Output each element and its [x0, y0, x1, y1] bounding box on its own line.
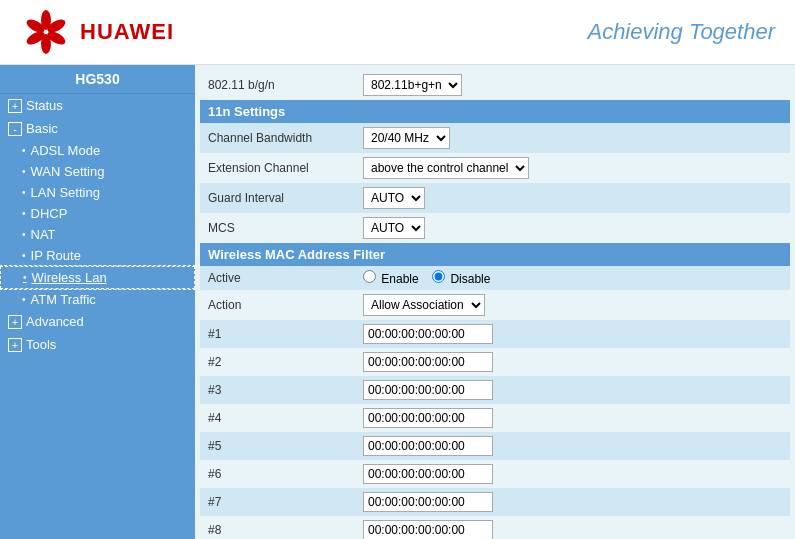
mac-entry-row-4: #4 [200, 404, 790, 432]
mac-value-cell-5 [355, 432, 790, 460]
sidebar-sub-item-atm-traffic[interactable]: ATM Traffic [0, 289, 195, 310]
sidebar-sub-item-wan-setting[interactable]: WAN Setting [0, 161, 195, 182]
enable-radio-label[interactable]: Enable [363, 272, 422, 286]
mac-input-5[interactable] [363, 436, 493, 456]
mac-value-cell-7 [355, 488, 790, 516]
section-mac-filter-header: Wireless MAC Address Filter [200, 243, 790, 266]
mac-value-cell-2 [355, 348, 790, 376]
mac-input-6[interactable] [363, 464, 493, 484]
sidebar-sub-label-wireless-lan: Wireless Lan [32, 270, 107, 285]
channel-bw-row: Channel Bandwidth 20/40 MHz 20 MHz [200, 123, 790, 153]
sidebar-label-basic: Basic [26, 121, 58, 136]
logo-text: HUAWEI [80, 19, 174, 45]
tagline: Achieving Together [587, 19, 775, 45]
ext-channel-row: Extension Channel above the control chan… [200, 153, 790, 183]
mac-input-7[interactable] [363, 492, 493, 512]
mcs-row: MCS AUTO 012 345 67 [200, 213, 790, 243]
sidebar-sub-label-atm-traffic: ATM Traffic [31, 292, 96, 307]
mac-input-4[interactable] [363, 408, 493, 428]
enable-radio[interactable] [363, 270, 376, 283]
guard-interval-row: Guard Interval AUTO Long Short [200, 183, 790, 213]
disable-label: Disable [450, 272, 490, 286]
mac-value-cell-4 [355, 404, 790, 432]
expand-icon-tools: + [8, 338, 22, 352]
wifi-mode-label: 802.11 b/g/n [200, 70, 355, 100]
sidebar-item-tools[interactable]: + Tools [0, 333, 195, 356]
guard-interval-label: Guard Interval [200, 183, 355, 213]
sidebar-sub-item-dhcp[interactable]: DHCP [0, 203, 195, 224]
mac-label-3: #3 [200, 376, 355, 404]
mac-value-cell-6 [355, 460, 790, 488]
mcs-label: MCS [200, 213, 355, 243]
guard-interval-select[interactable]: AUTO Long Short [363, 187, 425, 209]
sidebar-title: HG530 [0, 65, 195, 94]
sidebar-sub-item-ip-route[interactable]: IP Route [0, 245, 195, 266]
sidebar-item-status[interactable]: + Status [0, 94, 195, 117]
section-11n-header: 11n Settings [200, 100, 790, 123]
sidebar-sub-label-wan-setting: WAN Setting [31, 164, 105, 179]
sidebar-sub-label-adsl-mode: ADSL Mode [31, 143, 101, 158]
sidebar-label-advanced: Advanced [26, 314, 84, 329]
ext-channel-label: Extension Channel [200, 153, 355, 183]
mac-value-cell-8 [355, 516, 790, 539]
wifi-mode-select[interactable]: 802.11b+g+n 802.11b 802.11g 802.11n [363, 74, 462, 96]
sidebar-sub-label-lan-setting: LAN Setting [31, 185, 100, 200]
mac-value-cell-1 [355, 320, 790, 348]
expand-icon-status: + [8, 99, 22, 113]
mac-input-2[interactable] [363, 352, 493, 372]
sidebar-sub-item-adsl-mode[interactable]: ADSL Mode [0, 140, 195, 161]
action-row: Action Allow Association Deny Associatio… [200, 290, 790, 320]
sidebar-label-tools: Tools [26, 337, 56, 352]
mcs-value-cell: AUTO 012 345 67 [355, 213, 790, 243]
mac-input-3[interactable] [363, 380, 493, 400]
sidebar-item-advanced[interactable]: + Advanced [0, 310, 195, 333]
mcs-select[interactable]: AUTO 012 345 67 [363, 217, 425, 239]
sidebar-sub-label-nat: NAT [31, 227, 56, 242]
mac-entry-row-2: #2 [200, 348, 790, 376]
mac-entry-row-3: #3 [200, 376, 790, 404]
expand-icon-basic: - [8, 122, 22, 136]
mac-entry-row-6: #6 [200, 460, 790, 488]
action-value-cell: Allow Association Deny Association [355, 290, 790, 320]
section-mac-filter-row: Wireless MAC Address Filter [200, 243, 790, 266]
mac-value-cell-3 [355, 376, 790, 404]
active-row: Active Enable Disable [200, 266, 790, 290]
content-area: 802.11 b/g/n 802.11b+g+n 802.11b 802.11g… [195, 65, 795, 539]
main-layout: HG530 + Status - Basic ADSL Mode WAN Set… [0, 65, 795, 539]
ext-channel-select[interactable]: above the control channel below the cont… [363, 157, 529, 179]
form-table: 802.11 b/g/n 802.11b+g+n 802.11b 802.11g… [200, 70, 790, 539]
sidebar-sub-item-wireless-lan[interactable]: Wireless Lan [0, 266, 195, 289]
action-select[interactable]: Allow Association Deny Association [363, 294, 485, 316]
channel-bw-select[interactable]: 20/40 MHz 20 MHz [363, 127, 450, 149]
mac-label-1: #1 [200, 320, 355, 348]
mac-label-4: #4 [200, 404, 355, 432]
channel-bw-label: Channel Bandwidth [200, 123, 355, 153]
mac-label-2: #2 [200, 348, 355, 376]
huawei-logo-icon [20, 10, 72, 55]
enable-label: Enable [381, 272, 418, 286]
header: HUAWEI Achieving Together [0, 0, 795, 65]
mac-entry-row-7: #7 [200, 488, 790, 516]
sidebar-label-status: Status [26, 98, 63, 113]
mac-input-8[interactable] [363, 520, 493, 539]
wifi-mode-row: 802.11 b/g/n 802.11b+g+n 802.11b 802.11g… [200, 70, 790, 100]
sidebar-sub-label-dhcp: DHCP [31, 206, 68, 221]
mac-entry-row-8: #8 [200, 516, 790, 539]
disable-radio-label[interactable]: Disable [432, 272, 490, 286]
mac-entry-row-5: #5 [200, 432, 790, 460]
mac-label-8: #8 [200, 516, 355, 539]
active-value-cell: Enable Disable [355, 266, 790, 290]
mac-entry-row-1: #1 [200, 320, 790, 348]
disable-radio[interactable] [432, 270, 445, 283]
sidebar: HG530 + Status - Basic ADSL Mode WAN Set… [0, 65, 195, 539]
sidebar-item-basic[interactable]: - Basic [0, 117, 195, 140]
mac-label-7: #7 [200, 488, 355, 516]
active-label: Active [200, 266, 355, 290]
ext-channel-value-cell: above the control channel below the cont… [355, 153, 790, 183]
expand-icon-advanced: + [8, 315, 22, 329]
mac-input-1[interactable] [363, 324, 493, 344]
sidebar-sub-label-ip-route: IP Route [31, 248, 81, 263]
sidebar-sub-item-lan-setting[interactable]: LAN Setting [0, 182, 195, 203]
sidebar-sub-item-nat[interactable]: NAT [0, 224, 195, 245]
section-11n-row: 11n Settings [200, 100, 790, 123]
